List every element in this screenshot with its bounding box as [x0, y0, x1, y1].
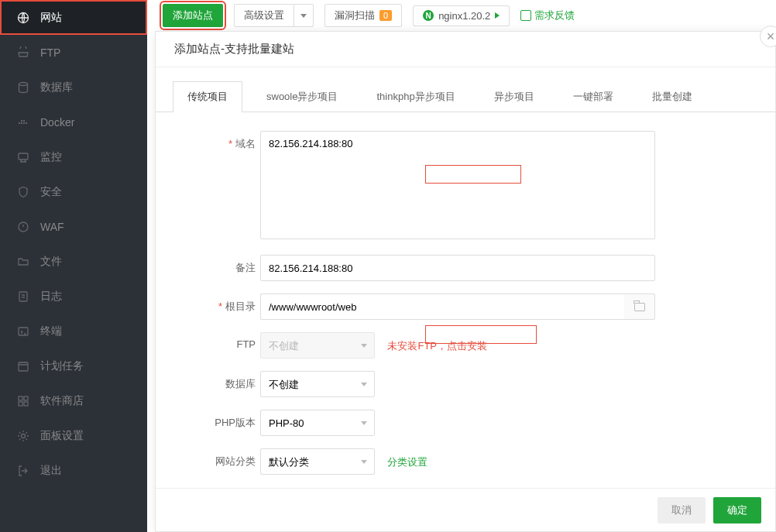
ftp-install-hint[interactable]: 未安装FTP，点击安装	[387, 340, 487, 352]
tab-deploy[interactable]: 一键部署	[558, 81, 628, 112]
exit-icon	[17, 465, 29, 477]
sidebar-item-ftp[interactable]: FTP	[0, 35, 147, 70]
sidebar-label: FTP	[40, 46, 60, 59]
remark-label: 备注	[179, 255, 260, 275]
feedback-label: 需求反馈	[534, 9, 575, 22]
svg-point-11	[22, 434, 26, 438]
sidebar-label: 安全	[40, 185, 62, 199]
ftp-select[interactable]: 不创建	[260, 332, 375, 359]
terminal-icon	[17, 325, 29, 338]
database-icon	[17, 81, 29, 94]
svg-rect-6	[19, 362, 28, 371]
waf-icon	[17, 221, 29, 233]
sidebar-label: WAF	[40, 221, 64, 233]
sidebar-label: 日志	[40, 290, 62, 304]
advanced-caret-button[interactable]	[294, 4, 314, 27]
chevron-down-icon	[300, 14, 307, 18]
sidebar-label: 退出	[40, 464, 62, 478]
sidebar-label: 软件商店	[40, 394, 84, 408]
topbar: 添加站点 高级设置 漏洞扫描 0 N nginx1.20.2 需求反馈	[155, 0, 776, 31]
sidebar-item-website[interactable]: 网站	[0, 0, 147, 35]
sidebar-item-store[interactable]: 软件商店	[0, 383, 147, 418]
nginx-button[interactable]: N nginx1.20.2	[413, 5, 510, 26]
root-label: *根目录	[179, 293, 260, 314]
sidebar-item-waf[interactable]: WAF	[0, 209, 147, 244]
play-icon	[495, 12, 500, 19]
add-site-modal: × 添加站点-支持批量建站 传统项目 swoole异步项目 thinkphp异步…	[155, 31, 776, 532]
sidebar-label: Docker	[40, 116, 74, 129]
domain-textarea[interactable]: 82.156.214.188:80	[260, 131, 655, 239]
tab-traditional[interactable]: 传统项目	[173, 81, 242, 112]
folder-icon	[634, 303, 645, 311]
sidebar-item-settings[interactable]: 面板设置	[0, 418, 147, 453]
monitor-icon	[17, 151, 29, 163]
globe-icon	[17, 12, 29, 24]
log-icon	[17, 290, 29, 303]
sidebar-item-docker[interactable]: Docker	[0, 105, 147, 139]
root-input[interactable]	[260, 293, 624, 320]
sidebar-item-security[interactable]: 安全	[0, 174, 147, 209]
advanced-split-button: 高级设置	[234, 4, 314, 27]
sidebar-label: 面板设置	[40, 429, 84, 443]
advanced-button[interactable]: 高级设置	[234, 4, 294, 27]
gear-icon	[17, 430, 29, 442]
sidebar-label: 计划任务	[40, 359, 84, 373]
sidebar: 网站 FTP 数据库 Docker 监控 安全 WAF 文件 日志 终端 计划任…	[0, 0, 147, 532]
grid-icon	[17, 395, 29, 407]
modal-footer: 取消 确定	[156, 488, 775, 531]
folder-icon	[17, 256, 29, 268]
feedback-link[interactable]: 需求反馈	[520, 9, 575, 22]
sidebar-label: 终端	[40, 324, 62, 338]
cancel-button[interactable]: 取消	[658, 497, 706, 523]
tab-swoole[interactable]: swoole异步项目	[252, 81, 352, 112]
svg-point-1	[19, 82, 28, 85]
vuln-count-badge: 0	[379, 10, 392, 21]
svg-rect-5	[19, 328, 28, 335]
feedback-icon	[520, 10, 531, 21]
browse-folder-button[interactable]	[624, 293, 655, 320]
sidebar-label: 监控	[40, 150, 62, 164]
svg-rect-7	[19, 396, 22, 400]
sidebar-item-files[interactable]: 文件	[0, 244, 147, 279]
modal-tabs: 传统项目 swoole异步项目 thinkphp异步项目 异步项目 一键部署 批…	[156, 67, 775, 112]
database-select[interactable]: 不创建	[260, 371, 375, 397]
db-label: 数据库	[179, 371, 260, 391]
close-button[interactable]: ×	[760, 26, 776, 47]
sidebar-item-logs[interactable]: 日志	[0, 279, 147, 314]
svg-rect-4	[19, 292, 27, 301]
sidebar-label: 数据库	[40, 81, 73, 94]
sidebar-item-monitor[interactable]: 监控	[0, 139, 147, 174]
vuln-scan-button[interactable]: 漏洞扫描 0	[324, 4, 402, 27]
modal-title: 添加站点-支持批量建站	[156, 32, 775, 67]
domain-label: *域名	[179, 131, 260, 151]
remark-input[interactable]	[260, 255, 655, 281]
schedule-icon	[17, 360, 29, 372]
ftp-icon	[17, 46, 29, 59]
tab-batch[interactable]: 批量创建	[637, 81, 707, 112]
svg-rect-9	[19, 402, 22, 406]
php-select[interactable]: PHP-80	[260, 410, 375, 436]
svg-rect-10	[24, 402, 28, 406]
docker-icon	[17, 116, 29, 129]
tab-async[interactable]: 异步项目	[479, 81, 549, 112]
shield-icon	[17, 186, 29, 198]
category-select[interactable]: 默认分类	[260, 448, 375, 475]
vuln-scan-label: 漏洞扫描	[335, 9, 375, 22]
submit-button[interactable]: 确定	[713, 497, 761, 523]
ftp-label: FTP	[179, 332, 260, 350]
svg-rect-2	[19, 153, 28, 160]
sidebar-item-terminal[interactable]: 终端	[0, 314, 147, 348]
sidebar-item-logout[interactable]: 退出	[0, 453, 147, 488]
nginx-label: nginx1.20.2	[438, 10, 490, 22]
tab-thinkphp[interactable]: thinkphp异步项目	[362, 81, 469, 112]
sidebar-label: 网站	[40, 11, 62, 25]
sidebar-item-cron[interactable]: 计划任务	[0, 348, 147, 383]
add-site-button[interactable]: 添加站点	[163, 4, 223, 27]
category-settings-link[interactable]: 分类设置	[387, 456, 427, 468]
sidebar-label: 文件	[40, 255, 62, 269]
php-label: PHP版本	[179, 410, 260, 430]
svg-rect-8	[24, 396, 28, 400]
sidebar-item-database[interactable]: 数据库	[0, 70, 147, 105]
nginx-icon: N	[423, 10, 434, 21]
site-form: *域名 82.156.214.188:80 备注 *根目录 FTP 不创建 未安…	[156, 112, 775, 506]
